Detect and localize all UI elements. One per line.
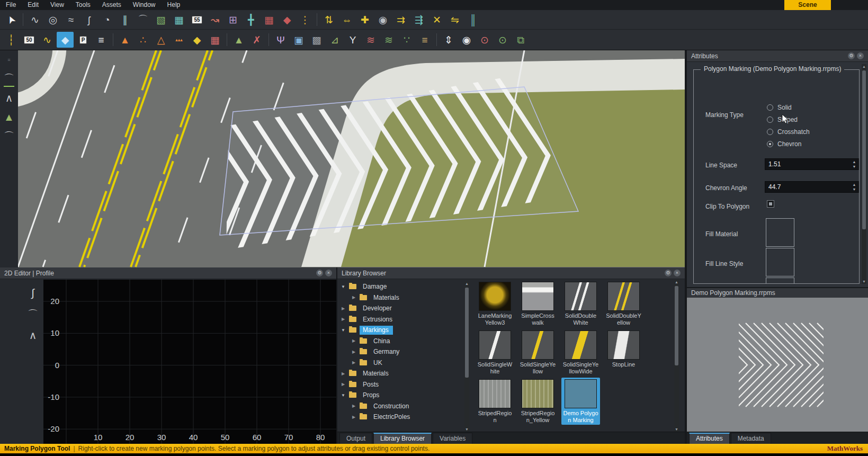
menu-assets[interactable]: Assets xyxy=(96,0,127,10)
profile-arc-tool-button[interactable]: ⌒ xyxy=(23,303,42,325)
tree-scrollbar[interactable]: ▲ ▼ xyxy=(464,281,469,432)
road-curve-tool-button[interactable]: ∿ xyxy=(26,12,43,28)
roundabout-tool-button[interactable]: ◎ xyxy=(44,12,61,28)
marking-type-option-solid[interactable]: Solid xyxy=(767,104,792,111)
cone-row-tool-button[interactable]: ▴▴▴ xyxy=(171,32,187,48)
asset-preview-canvas[interactable] xyxy=(687,298,868,432)
road-ramp-tool-button[interactable]: ʃ xyxy=(80,12,97,28)
menu-help[interactable]: Help xyxy=(162,0,186,10)
attributes-panel-header[interactable]: Attributes ⚙ × xyxy=(687,50,868,62)
intersection-tool-button[interactable]: ╋ xyxy=(243,12,259,28)
surface-layers-tool-button[interactable]: ≋ xyxy=(380,32,397,48)
library-item-solidsingleyellow[interactable]: SolidSingleYellow xyxy=(518,329,557,376)
camera-tool-button[interactable]: ◉ xyxy=(458,32,475,48)
marking-curve-tool-button[interactable]: ∿ xyxy=(39,32,56,48)
chevron-right-icon[interactable]: ▶ xyxy=(341,317,346,321)
profile-chart[interactable]: 20100-10-201020304050607080 xyxy=(43,280,336,444)
library-item-solidsinglewhite[interactable]: SolidSingleWhite xyxy=(476,329,514,376)
marking-type-option-crosshatch[interactable]: Crosshatch xyxy=(767,128,810,136)
lane-insert-tool-button[interactable]: ⇶ xyxy=(410,12,427,28)
chevron-angle-input[interactable]: 44.7 ▲▼ xyxy=(765,181,859,193)
chevron-right-icon[interactable]: ▶ xyxy=(351,360,356,365)
traffic-signal-tool-button[interactable]: ⋮ xyxy=(297,12,314,28)
menu-view[interactable]: View xyxy=(44,0,70,10)
chevron-marking-polygon[interactable] xyxy=(220,87,578,235)
menu-tools[interactable]: Tools xyxy=(70,0,96,10)
cone-group-tool-button[interactable]: ∴ xyxy=(135,32,151,48)
tree-item-damage[interactable]: ▼Damage xyxy=(337,281,464,292)
anchor-tool-button[interactable]: Ψ xyxy=(272,32,289,48)
radio-icon[interactable] xyxy=(767,104,773,111)
spinner-arrows-icon[interactable]: ▲▼ xyxy=(852,159,857,169)
tree-item-materials[interactable]: ▶Materials xyxy=(337,292,464,303)
lane-divider-tool-button[interactable]: ║ xyxy=(464,12,481,28)
scene-viewport[interactable] xyxy=(18,50,685,267)
panel-close-icon[interactable]: × xyxy=(325,270,332,276)
lane-offset-tool-button[interactable]: ⇉ xyxy=(392,12,409,28)
library-browser-header[interactable]: Library Browser ⚙ × xyxy=(337,267,685,279)
library-item-lanemarkingyellow3[interactable]: LaneMarkingYellow3 xyxy=(476,280,514,327)
library-item-demo-polygon-marking[interactable]: Demo Polygon Marking xyxy=(561,378,600,425)
road-layers-tool-button[interactable]: ≋ xyxy=(362,32,379,48)
arc-tool-button[interactable]: ⌒ xyxy=(0,127,18,146)
scene-button[interactable]: Scene xyxy=(784,0,831,10)
cone-tool-button[interactable]: ▲ xyxy=(117,32,133,48)
sign-tool-button[interactable]: ◆ xyxy=(189,32,205,48)
dock-handle-button[interactable]: ≡ xyxy=(0,50,18,69)
line-space-input[interactable]: 1.51 ▲▼ xyxy=(765,158,859,170)
chevron-right-icon[interactable]: ▶ xyxy=(351,404,356,408)
crown-tool-button[interactable]: ∧ xyxy=(0,88,18,108)
tree-item-construction[interactable]: ▶Construction xyxy=(337,401,464,412)
lane-handle-tool-button[interactable]: ◉ xyxy=(374,12,391,28)
tab-output[interactable]: Output xyxy=(339,433,372,444)
chevron-right-icon[interactable]: ▶ xyxy=(351,338,356,343)
spinner-arrows-icon[interactable]: ▲▼ xyxy=(852,182,857,192)
library-item-simplecrosswalk[interactable]: SimpleCrosswalk xyxy=(518,280,557,327)
radio-icon[interactable] xyxy=(767,129,773,135)
chevron-right-icon[interactable]: ▶ xyxy=(341,382,346,387)
road-spiral-tool-button[interactable]: ◔ xyxy=(99,12,115,28)
highway-tool-button[interactable]: ∥ xyxy=(117,12,133,28)
tab-variables[interactable]: Variables xyxy=(433,433,472,444)
menu-edit[interactable]: Edit xyxy=(22,0,44,10)
clip-to-polygon-checkbox[interactable] xyxy=(767,200,774,208)
chevron-right-icon[interactable]: ▶ xyxy=(351,350,356,354)
junction-curve-tool-button[interactable]: ◆ xyxy=(279,12,296,28)
layers-stack-tool-button[interactable]: ≡ xyxy=(416,32,433,48)
panel-close-icon[interactable]: × xyxy=(857,52,864,59)
tree-item-china[interactable]: ▶China xyxy=(337,336,464,346)
polygon-marking-tool-button[interactable]: ◆ xyxy=(57,32,74,48)
menu-window[interactable]: Window xyxy=(127,0,162,10)
lane-add-tool-button[interactable]: ✚ xyxy=(356,12,373,28)
lane-merge-tool-button[interactable]: ⇋ xyxy=(446,12,463,28)
attributes-scrollbar[interactable]: ▲ ▼ xyxy=(862,64,866,284)
library-item-soliddoubleyellow[interactable]: SolidDoubleYellow xyxy=(604,280,643,327)
terrain-road-tool-button[interactable]: ▧ xyxy=(153,12,169,28)
crosswalk-tool-button[interactable]: ≡ xyxy=(93,32,110,48)
road-squiggle-tool-button[interactable]: ≈ xyxy=(62,12,79,28)
chevron-down-icon[interactable]: ▼ xyxy=(341,328,346,333)
lane-curve-tool-button[interactable]: ↝ xyxy=(207,12,223,28)
fill-material-box[interactable] xyxy=(766,218,794,247)
tree-item-uk[interactable]: ▶UK xyxy=(337,357,464,368)
radio-icon[interactable] xyxy=(767,117,773,123)
scene-export-tool-button[interactable]: ⊙ xyxy=(494,32,511,48)
panel-settings-icon[interactable]: ⚙ xyxy=(848,52,855,59)
chevron-down-icon[interactable]: ▼ xyxy=(341,284,346,289)
terrain-tool-button[interactable]: ▲ xyxy=(230,32,247,48)
signal-cabinet-tool-button[interactable]: ▦ xyxy=(207,32,223,48)
repair-tool-button[interactable]: ✗ xyxy=(248,32,265,48)
marking-lane-tool-button[interactable]: ┆ xyxy=(3,32,20,48)
lane-tool-button[interactable]: ⇅ xyxy=(320,12,337,28)
tree-item-germany[interactable]: ▶Germany xyxy=(337,346,464,357)
tree-item-posts[interactable]: ▶Posts xyxy=(337,379,464,390)
measure-tool-button[interactable]: ⇕ xyxy=(440,32,457,48)
profile-arc-tool-button[interactable]: ⌒ xyxy=(0,69,18,88)
library-item-stripedregion[interactable]: StripedRegion xyxy=(476,378,514,425)
chevron-down-icon[interactable]: ▼ xyxy=(341,393,346,398)
marking-speed-tool-button[interactable]: 50 xyxy=(21,32,38,48)
tree-item-developer[interactable]: ▶Developer xyxy=(337,303,464,314)
lane-width-tool-button[interactable]: ⇔ xyxy=(338,12,355,28)
tree-item-props[interactable]: ▼Props xyxy=(337,390,464,400)
library-item-stripedregion-yellow[interactable]: StripedRegion_Yellow xyxy=(518,378,557,425)
